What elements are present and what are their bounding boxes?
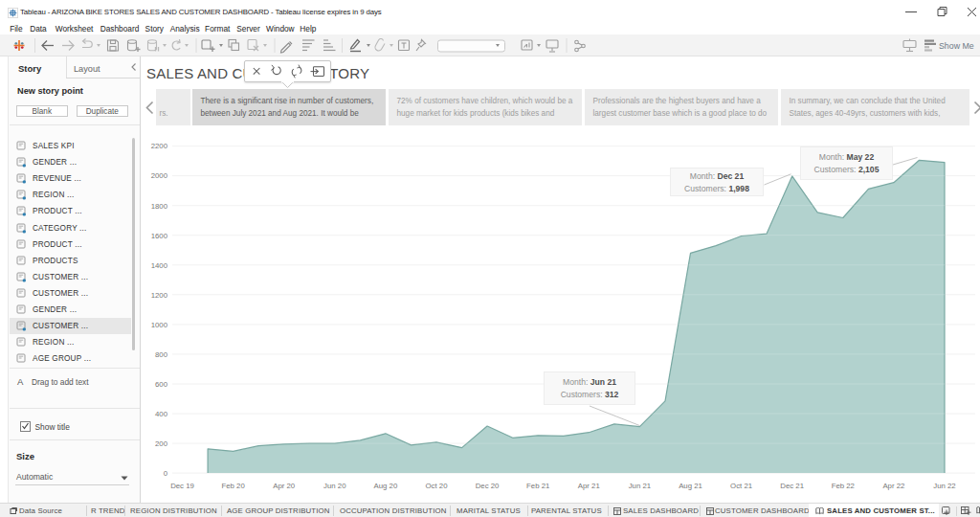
svg-text:Feb 22: Feb 22	[832, 482, 855, 490]
svg-text:Dec 19: Dec 19	[170, 482, 194, 490]
svg-text:Jun 21: Jun 21	[629, 482, 651, 490]
svg-text:Feb 20: Feb 20	[221, 482, 245, 490]
svg-text:200: 200	[155, 439, 168, 448]
svg-text:Dec 20: Dec 20	[476, 482, 500, 490]
svg-text:1000: 1000	[151, 321, 168, 329]
svg-text:Jun 22: Jun 22	[933, 482, 955, 490]
svg-text:Feb 21: Feb 21	[526, 482, 549, 490]
svg-text:Apr 21: Apr 21	[578, 482, 600, 490]
svg-text:1600: 1600	[151, 232, 168, 240]
svg-text:1400: 1400	[151, 261, 168, 270]
svg-text:1200: 1200	[151, 291, 168, 300]
svg-text:Show Me: Show Me	[939, 41, 974, 51]
svg-text:400: 400	[155, 410, 168, 418]
svg-text:800: 800	[155, 350, 168, 359]
svg-text:2000: 2000	[151, 171, 168, 180]
svg-text:1800: 1800	[151, 202, 168, 211]
svg-text:Apr 22: Apr 22	[882, 482, 904, 490]
svg-text:600: 600	[155, 380, 168, 389]
svg-text:2200: 2200	[151, 142, 168, 150]
svg-text:Apr 20: Apr 20	[273, 482, 296, 490]
svg-text:Oct 20: Oct 20	[426, 482, 449, 490]
svg-text:Aug 20: Aug 20	[374, 482, 398, 490]
svg-text:0: 0	[164, 469, 168, 478]
svg-text:Dec 21: Dec 21	[780, 482, 804, 490]
svg-text:Aug 21: Aug 21	[679, 482, 702, 490]
svg-text:Jun 20: Jun 20	[323, 482, 346, 490]
svg-text:Oct 21: Oct 21	[730, 482, 752, 490]
